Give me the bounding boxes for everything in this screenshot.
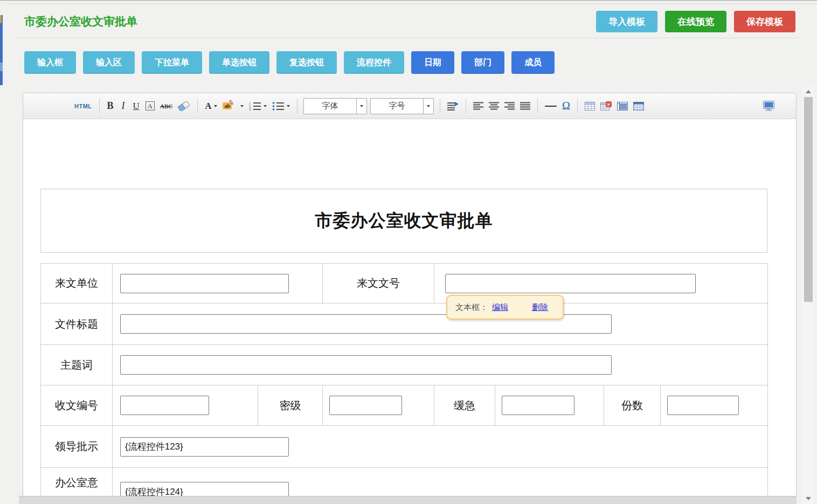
urgency-input[interactable] bbox=[502, 396, 574, 415]
align-center-button[interactable] bbox=[486, 97, 502, 115]
field-label: 收文编号 bbox=[41, 385, 113, 426]
delete-table-button[interactable]: × bbox=[598, 97, 614, 115]
font-family-select[interactable]: 字体 bbox=[303, 98, 367, 114]
chevron-down-icon bbox=[240, 105, 244, 107]
toolbar-separator bbox=[537, 99, 538, 113]
table-cell bbox=[113, 345, 768, 385]
paragraph-format-button[interactable] bbox=[445, 97, 461, 115]
widget-date-button[interactable]: 日期 bbox=[411, 51, 454, 74]
widget-department-button[interactable]: 部门 bbox=[461, 51, 504, 74]
table-row: 主题词 bbox=[41, 345, 768, 385]
edit-link[interactable]: 编辑 bbox=[492, 302, 508, 313]
widget-toolbar: 输入框 输入区 下拉菜单 单选按钮 复选按钮 流程控件 日期 部门 成员 bbox=[24, 51, 555, 74]
table-cell bbox=[113, 303, 768, 345]
vertical-scrollbar[interactable] bbox=[802, 86, 814, 504]
bordered-a-icon: A bbox=[146, 101, 155, 111]
widget-checkbox-button[interactable]: 复选按钮 bbox=[276, 51, 337, 74]
table-row: 文件标题 bbox=[41, 303, 768, 345]
horizontal-rule-button[interactable] bbox=[542, 97, 559, 115]
editor-canvas[interactable]: 市委办公室收文审批单 来文单位 来文文号 bbox=[23, 119, 796, 496]
leader-remarks-input[interactable] bbox=[120, 437, 289, 457]
table-grid-icon bbox=[633, 102, 644, 111]
align-justify-button[interactable] bbox=[517, 97, 533, 115]
field-label: 来文文号 bbox=[323, 264, 434, 303]
font-family-label: 字体 bbox=[304, 99, 356, 114]
chevron-down-icon bbox=[423, 99, 433, 114]
italic-button[interactable]: I bbox=[117, 97, 130, 115]
delete-link[interactable]: 删除 bbox=[532, 302, 548, 313]
table-cell bbox=[661, 385, 768, 426]
incoming-docno-input[interactable] bbox=[445, 274, 696, 293]
left-edge-strip-mark-2 bbox=[0, 63, 3, 71]
align-left-icon bbox=[473, 102, 483, 110]
eraser-button[interactable] bbox=[175, 97, 193, 115]
bordered-a-button[interactable]: A bbox=[143, 97, 157, 115]
align-left-button[interactable] bbox=[470, 97, 486, 115]
copies-input[interactable] bbox=[667, 396, 739, 415]
insert-table-icon bbox=[585, 102, 595, 111]
widget-textarea-button[interactable]: 输入区 bbox=[83, 51, 135, 74]
bold-button[interactable]: B bbox=[104, 97, 117, 115]
tooltip-label: 文本框： bbox=[455, 302, 488, 313]
triangle-down-icon bbox=[806, 497, 811, 500]
font-color-icon: A bbox=[205, 101, 211, 112]
svg-text:3: 3 bbox=[249, 108, 251, 111]
scroll-down-arrow[interactable] bbox=[802, 494, 814, 503]
eraser-icon bbox=[178, 101, 190, 111]
toolbar-separator bbox=[297, 99, 297, 113]
left-edge-strip-mark bbox=[0, 15, 2, 23]
unordered-list-button[interactable] bbox=[269, 97, 293, 115]
fullscreen-button[interactable] bbox=[760, 97, 778, 115]
field-label: 来文单位 bbox=[41, 264, 113, 303]
ordered-list-icon: 1 2 3 bbox=[249, 101, 261, 111]
align-center-icon bbox=[489, 102, 499, 110]
widget-input-box-button[interactable]: 输入框 bbox=[24, 51, 76, 74]
page: 市委办公室收文审批单 导入模板 在线预览 保存模板 输入框 输入区 下拉菜单 单… bbox=[0, 0, 817, 504]
table-grid-button[interactable] bbox=[631, 97, 647, 115]
align-right-button[interactable] bbox=[502, 97, 517, 115]
insert-table-button[interactable] bbox=[582, 97, 598, 115]
table-cell bbox=[495, 385, 604, 426]
office-opinion-input[interactable] bbox=[120, 482, 289, 496]
fullscreen-monitor-icon bbox=[763, 101, 775, 111]
strikethrough-button[interactable]: ABC bbox=[157, 97, 175, 115]
horizontal-scrollbar[interactable] bbox=[19, 496, 797, 504]
source-code-button[interactable]: HTML bbox=[72, 97, 95, 115]
field-label: 份数 bbox=[604, 385, 661, 426]
toolbar-separator bbox=[577, 99, 578, 113]
underline-button[interactable]: U bbox=[130, 97, 143, 115]
scroll-up-arrow[interactable] bbox=[802, 87, 814, 96]
save-template-button[interactable]: 保存模板 bbox=[734, 11, 795, 32]
ordered-list-button[interactable]: 1 2 3 bbox=[246, 97, 269, 115]
import-template-button[interactable]: 导入模板 bbox=[596, 11, 657, 32]
highlight-color-button[interactable]: ab ✎ bbox=[220, 97, 246, 115]
incoming-unit-input[interactable] bbox=[120, 274, 289, 293]
paragraph-format-icon bbox=[447, 102, 459, 111]
chevron-down-icon bbox=[214, 105, 217, 107]
html-icon: HTML bbox=[74, 103, 92, 109]
font-size-select[interactable]: 字号 bbox=[370, 98, 434, 114]
font-color-button[interactable]: A bbox=[202, 97, 220, 115]
delete-table-icon: × bbox=[600, 101, 612, 111]
strikethrough-icon: ABC bbox=[160, 103, 172, 109]
widget-dropdown-button[interactable]: 下拉菜单 bbox=[142, 51, 202, 74]
widget-flow-control-button[interactable]: 流程控件 bbox=[344, 51, 404, 74]
special-character-button[interactable]: Ω bbox=[559, 97, 573, 115]
subject-words-input[interactable] bbox=[120, 355, 612, 375]
secrecy-level-input[interactable] bbox=[329, 396, 402, 415]
online-preview-button[interactable]: 在线预览 bbox=[665, 11, 726, 32]
table-cell-button[interactable] bbox=[614, 97, 631, 115]
header: 市委办公室收文审批单 导入模板 在线预览 保存模板 bbox=[16, 1, 798, 38]
scrollbar-thumb[interactable] bbox=[804, 97, 813, 302]
triangle-up-icon bbox=[806, 90, 811, 93]
receipt-number-input[interactable] bbox=[120, 396, 209, 415]
table-cell-icon bbox=[617, 102, 628, 111]
table-cell bbox=[113, 426, 768, 468]
bold-icon: B bbox=[107, 100, 114, 112]
unordered-list-icon bbox=[272, 101, 284, 111]
field-label: 办公室意 bbox=[41, 468, 113, 497]
rich-text-editor: HTML B I U A ABC A ab ✎ bbox=[23, 93, 797, 504]
chevron-down-icon bbox=[356, 99, 366, 114]
widget-member-button[interactable]: 成员 bbox=[511, 51, 555, 74]
widget-radio-button[interactable]: 单选按钮 bbox=[209, 51, 269, 74]
